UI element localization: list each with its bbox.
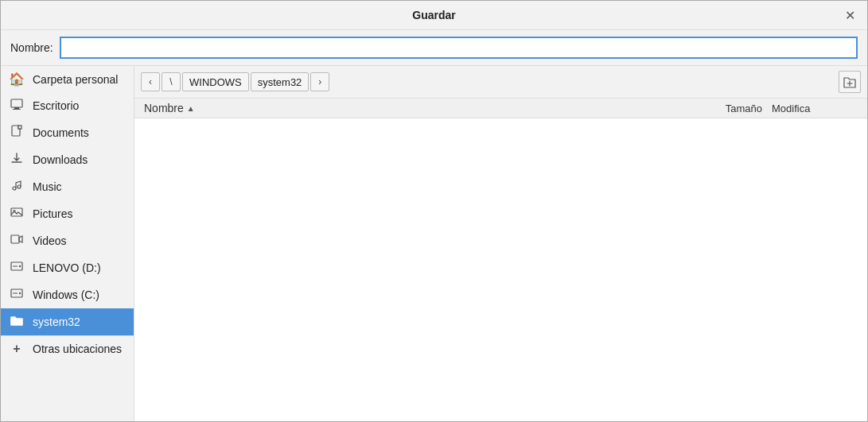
sidebar-item-label: Videos: [33, 234, 67, 247]
column-name-label: Nombre: [144, 102, 184, 114]
save-dialog: Guardar ✕ Nombre: 🏠 Carpeta personal: [0, 0, 868, 422]
home-icon: 🏠: [9, 72, 25, 87]
sidebar-item-escritorio[interactable]: Escritorio: [1, 92, 134, 119]
music-icon: [9, 179, 25, 195]
sidebar: 🏠 Carpeta personal Escritorio: [1, 66, 134, 421]
sidebar-item-downloads[interactable]: Downloads: [1, 146, 134, 173]
sidebar-item-label: Music: [33, 180, 62, 193]
dialog-title: Guardar: [28, 9, 840, 21]
sidebar-item-system32[interactable]: system32: [1, 308, 134, 335]
sidebar-item-documents[interactable]: Documents: [1, 119, 134, 146]
add-location-item[interactable]: + Otras ubicaciones: [1, 335, 134, 362]
add-location-icon: +: [9, 342, 25, 356]
sidebar-item-videos[interactable]: Videos: [1, 227, 134, 254]
breadcrumb-bar: ‹ \ WINDOWS system32 ›: [134, 66, 867, 99]
sidebar-item-carpeta-personal[interactable]: 🏠 Carpeta personal: [1, 66, 134, 92]
svg-rect-4: [18, 126, 21, 129]
sidebar-item-pictures[interactable]: Pictures: [1, 200, 134, 227]
new-folder-icon: [843, 75, 857, 89]
svg-rect-2: [13, 109, 21, 110]
sort-arrow: ▲: [187, 104, 195, 113]
column-header-modified[interactable]: Modifica: [762, 103, 858, 114]
forward-button[interactable]: ›: [310, 72, 329, 91]
svg-rect-1: [14, 107, 19, 109]
documents-icon: [9, 125, 25, 141]
sidebar-item-label: Documents: [33, 126, 89, 139]
name-label: Nombre:: [10, 41, 53, 54]
svg-rect-9: [11, 235, 19, 243]
file-list-body: [134, 118, 867, 421]
file-panel: ‹ \ WINDOWS system32 › Nombre: [134, 66, 867, 421]
name-row: Nombre:: [1, 30, 867, 66]
column-header-name[interactable]: Nombre ▲: [144, 102, 699, 114]
sidebar-item-label: system32: [33, 316, 80, 328]
sidebar-item-windows[interactable]: Windows (C:): [1, 281, 134, 308]
windows-drive-icon: [9, 287, 25, 303]
new-folder-button[interactable]: [839, 71, 861, 93]
sidebar-item-label: Carpeta personal: [33, 73, 118, 86]
sidebar-item-label: Windows (C:): [33, 288, 99, 301]
download-icon: [9, 152, 25, 168]
main-content: 🏠 Carpeta personal Escritorio: [1, 66, 867, 421]
sidebar-item-label: LENOVO (D:): [33, 261, 101, 274]
svg-rect-0: [11, 99, 22, 107]
add-location-label: Otras ubicaciones: [33, 343, 122, 355]
breadcrumb-windows[interactable]: WINDOWS: [182, 72, 249, 91]
sidebar-item-label: Escritorio: [33, 99, 79, 112]
svg-point-5: [13, 187, 16, 190]
lenovo-drive-icon: [9, 260, 25, 276]
desktop-icon: [9, 98, 25, 114]
svg-rect-7: [11, 208, 22, 216]
pictures-icon: [9, 206, 25, 222]
file-list-header: Nombre ▲ Tamaño Modifica: [134, 99, 867, 118]
folder-open-icon: [9, 314, 25, 330]
breadcrumb-system32[interactable]: system32: [251, 72, 309, 91]
separator-button[interactable]: \: [162, 72, 181, 91]
sidebar-item-music[interactable]: Music: [1, 173, 134, 200]
title-bar: Guardar ✕: [1, 1, 867, 30]
filename-input[interactable]: [60, 37, 858, 59]
sidebar-item-lenovo[interactable]: LENOVO (D:): [1, 254, 134, 281]
sidebar-item-label: Pictures: [33, 207, 73, 220]
videos-icon: [9, 233, 25, 249]
close-button[interactable]: ✕: [840, 6, 859, 25]
back-button[interactable]: ‹: [141, 72, 160, 91]
column-header-size[interactable]: Tamaño: [699, 103, 762, 114]
sidebar-item-label: Downloads: [33, 153, 88, 166]
svg-point-11: [19, 265, 21, 267]
svg-point-14: [19, 292, 21, 294]
